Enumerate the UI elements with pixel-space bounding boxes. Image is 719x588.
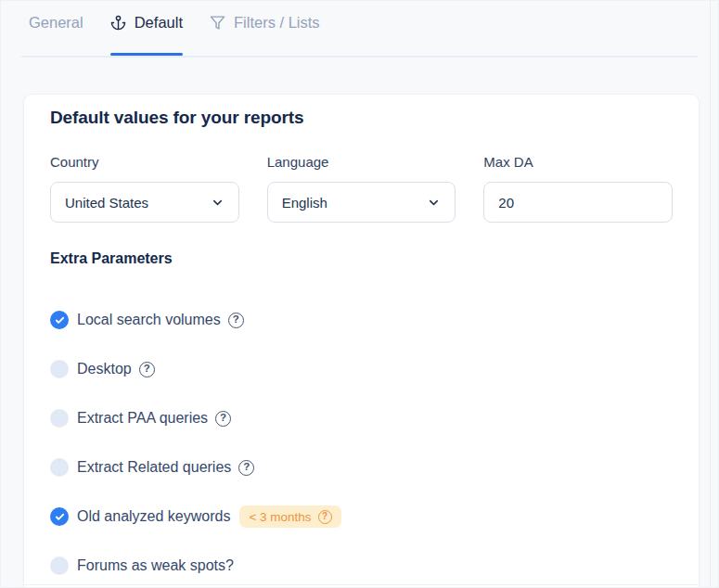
old-analyzed-keywords-checkbox[interactable]	[50, 507, 69, 526]
card-bottom-divider	[24, 584, 699, 585]
option-label: Extract PAA queries	[77, 410, 208, 427]
option-label: Extract Related queries	[77, 459, 231, 476]
tab-default[interactable]: Default	[110, 14, 183, 54]
anchor-icon	[110, 15, 126, 31]
language-label: Language	[267, 154, 456, 171]
three-months-badge: < 3 months ?	[239, 505, 340, 528]
language-select-value: English	[282, 195, 327, 211]
extract-paa-queries-checkbox[interactable]	[50, 409, 69, 428]
extract-related-queries-checkbox[interactable]	[50, 458, 69, 477]
forums-as-weak-spots-checkbox[interactable]	[50, 556, 69, 575]
desktop-checkbox[interactable]	[50, 360, 69, 378]
chevron-down-icon	[427, 196, 441, 210]
check-icon	[55, 512, 65, 522]
default-fields-row: Country United States Language English M…	[50, 154, 673, 223]
question-circle-icon[interactable]: ?	[228, 313, 244, 328]
question-circle-icon[interactable]: ?	[215, 411, 231, 427]
option-extract-paa-queries: Extract PAA queries ?	[50, 409, 673, 428]
default-values-card: Default values for your reports Country …	[23, 94, 700, 588]
country-label: Country	[50, 154, 239, 171]
question-circle-icon[interactable]: ?	[139, 362, 155, 377]
option-desktop: Desktop ?	[50, 360, 673, 378]
local-search-volumes-checkbox[interactable]	[50, 311, 69, 329]
language-select[interactable]: English	[267, 182, 456, 223]
option-old-analyzed-keywords: Old analyzed keywords < 3 months ?	[50, 507, 673, 526]
option-label: Old analyzed keywords	[77, 508, 230, 525]
country-select[interactable]: United States	[50, 182, 239, 223]
option-label: Forums as weak spots?	[77, 557, 234, 574]
option-label: Desktop	[77, 361, 132, 377]
question-circle-icon[interactable]: ?	[238, 460, 254, 476]
tab-filters-lists[interactable]: Filters / Lists	[210, 14, 320, 54]
funnel-icon	[210, 15, 225, 31]
max-da-label: Max DA	[483, 154, 673, 171]
country-select-value: United States	[65, 195, 148, 211]
chevron-down-icon	[211, 196, 225, 210]
card-title: Default values for your reports	[50, 108, 673, 128]
question-circle-icon[interactable]: ?	[318, 510, 332, 524]
badge-text: < 3 months	[249, 510, 311, 524]
max-da-input[interactable]	[483, 182, 673, 223]
tab-filters-lists-label: Filters / Lists	[234, 14, 320, 32]
settings-tab-bar: General Default Filters / Lists	[21, 1, 698, 58]
extra-parameters-title: Extra Parameters	[50, 250, 673, 267]
option-forums-as-weak-spots: Forums as weak spots?	[50, 556, 673, 575]
tab-general-label: General	[29, 14, 83, 32]
check-icon	[55, 315, 65, 326]
extra-parameters-options: Local search volumes ? Desktop ? Extract…	[50, 311, 673, 575]
option-local-search-volumes: Local search volumes ?	[50, 311, 673, 329]
country-field: Country United States	[50, 154, 239, 223]
tab-default-label: Default	[135, 14, 183, 32]
tab-general[interactable]: General	[29, 14, 83, 54]
right-edge-divider	[710, 1, 711, 587]
option-label: Local search volumes	[77, 312, 221, 328]
max-da-field: Max DA	[483, 154, 673, 223]
language-field: Language English	[267, 154, 456, 223]
option-extract-related-queries: Extract Related queries ?	[50, 458, 673, 477]
